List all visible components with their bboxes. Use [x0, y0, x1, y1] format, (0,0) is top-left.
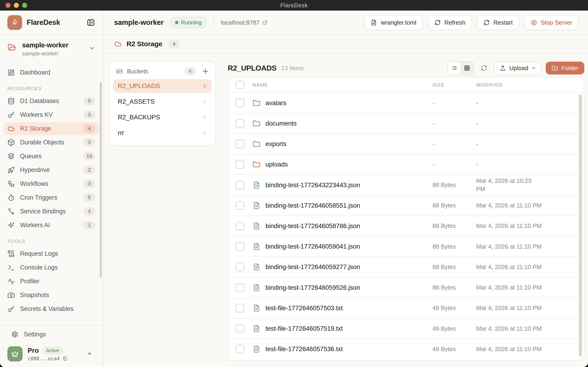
sidebar-item-d1-databases[interactable]: D1 Databases 5	[4, 94, 99, 107]
sidebar-item-service-bindings[interactable]: Service Bindings 4	[4, 205, 99, 218]
sidebar-item-secrets-variables[interactable]: Secrets & Variables	[4, 302, 99, 315]
dashboard-icon	[7, 69, 15, 76]
row-checkbox[interactable]	[235, 283, 244, 292]
sidebar-item-request-logs[interactable]: Request Logs	[4, 247, 99, 260]
item-size: -	[432, 99, 476, 107]
sidebar-item-cron-triggers[interactable]: Cron Triggers 5	[4, 191, 99, 204]
sidebar-item-snapshots[interactable]: Snapshots	[4, 289, 99, 301]
table-row[interactable]: binding-test-1772646059041.json 88 Bytes…	[228, 237, 584, 257]
table-row[interactable]: binding-test-1772646059277.json 88 Bytes…	[228, 257, 584, 277]
sidebar-item-durable-objects[interactable]: Durable Objects 3	[4, 136, 99, 149]
project-name: sample-worker	[22, 42, 84, 49]
refresh-button[interactable]: Refresh	[428, 15, 472, 30]
rocket-icon	[7, 166, 15, 174]
box-icon	[7, 139, 15, 146]
table-row[interactable]: test-file-1772646057536.txt 49 Bytes Mar…	[228, 339, 584, 359]
sidebar-item-hyperdrive[interactable]: Hyperdrive 2	[4, 164, 99, 176]
row-checkbox[interactable]	[235, 345, 244, 353]
row-checkbox[interactable]	[235, 181, 244, 190]
row-checkbox[interactable]	[235, 119, 244, 128]
row-checkbox[interactable]	[235, 263, 244, 271]
wrangler-toml-button[interactable]: wrangler.toml	[364, 15, 423, 30]
row-checkbox[interactable]	[235, 160, 244, 169]
button-label: Upload	[509, 65, 528, 72]
bucket-item[interactable]: R2_ASSETS	[113, 95, 212, 108]
item-modified: Mar 4, 2026 at 11:10 PM	[476, 325, 578, 333]
sidebar-collapse-icon[interactable]	[86, 18, 95, 27]
row-checkbox[interactable]	[235, 242, 244, 251]
row-checkbox[interactable]	[235, 304, 244, 312]
folder-open-icon	[7, 43, 17, 52]
item-size: 88 Bytes	[432, 263, 476, 271]
breadcrumb-count-badge: 4	[168, 40, 180, 48]
table-row[interactable]: binding-test-1772643223443.json 88 Bytes…	[228, 175, 584, 195]
item-modified: Mar 4, 2026 at 10:23 PM	[476, 177, 535, 193]
row-checkbox[interactable]	[235, 99, 244, 107]
list-view-button[interactable]	[448, 62, 461, 75]
grid-view-button[interactable]	[461, 62, 473, 75]
folder-plus-icon	[552, 65, 558, 71]
sidebar-item-workers-ai[interactable]: Workers AI 1	[4, 219, 99, 232]
bucket-item[interactable]: rrr	[113, 126, 212, 140]
restart-button[interactable]: Restart	[477, 15, 519, 30]
item-name: binding-test-1772646059041.json	[266, 243, 360, 250]
copy-icon[interactable]	[62, 356, 67, 361]
table-row[interactable]: binding-test-1772646059526.json 88 Bytes…	[228, 277, 584, 298]
table-scrollbar[interactable]	[579, 94, 582, 356]
upload-button[interactable]: Upload	[494, 62, 542, 75]
content: Buckets 4 R2_UPLOADS R2_ASSETS R2_BACKUP…	[103, 53, 588, 367]
button-label: Restart	[494, 19, 513, 26]
count-badge: 3	[83, 180, 95, 188]
database-icon	[7, 97, 15, 105]
sidebar-item-workflows[interactable]: Workflows 3	[4, 177, 99, 190]
row-checkbox[interactable]	[235, 222, 244, 230]
row-checkbox[interactable]	[235, 324, 244, 333]
bucket-item[interactable]: R2_BACKUPS	[113, 110, 212, 124]
app-logo	[7, 15, 22, 30]
browser-toolbar: Upload Folder	[447, 61, 584, 75]
table-row[interactable]: avatars - -	[228, 93, 584, 113]
stop-icon	[531, 19, 537, 26]
sidebar-item-r2-storage[interactable]: R2 Storage 4	[4, 122, 99, 135]
table-row[interactable]: uploads - -	[228, 155, 584, 175]
sidebar-item-dashboard[interactable]: Dashboard	[4, 66, 99, 79]
sidebar-item-console-logs[interactable]: Console Logs	[4, 261, 99, 274]
refresh-icon	[434, 19, 441, 26]
item-name: exports	[266, 140, 286, 148]
table-row[interactable]: binding-test-1772646058786.json 88 Bytes…	[228, 216, 584, 236]
plan-card[interactable]: Pro Active c088...eca4	[4, 342, 99, 362]
table-row[interactable]: exports - -	[228, 134, 584, 154]
refresh-icon	[483, 19, 490, 26]
status-dot-icon	[175, 21, 178, 24]
sidebar-item-profiler[interactable]: Profiler	[4, 275, 99, 288]
refresh-icon	[480, 65, 487, 72]
sidebar-item-workers-kv[interactable]: Workers KV 3	[4, 108, 99, 121]
chevron-down-icon	[531, 66, 536, 70]
view-toggle	[447, 61, 474, 75]
row-checkbox[interactable]	[235, 201, 244, 210]
item-modified: Mar 4, 2026 at 11:10 PM	[476, 222, 578, 230]
row-checkbox[interactable]	[235, 140, 244, 148]
sidebar-scrollbar[interactable]	[100, 82, 102, 277]
table-row[interactable]: test-file-1772646057519.txt 49 Bytes Mar…	[228, 319, 584, 339]
app-window: FlareDesk FlareDesk sample-worker sam	[0, 0, 588, 367]
sidebar-item-settings[interactable]: Settings	[7, 328, 95, 341]
cable-icon	[7, 208, 15, 215]
host-link[interactable]: localhost:8787	[221, 19, 268, 26]
layers-icon	[7, 152, 15, 160]
new-folder-button[interactable]: Folder	[546, 62, 584, 75]
item-name: test-file-1772646057503.txt	[266, 304, 343, 312]
main-area: sample-worker Running localhost:8787 wra…	[103, 11, 588, 367]
table-row[interactable]: binding-test-1772646058551.json 88 Bytes…	[228, 195, 584, 216]
stop-server-button[interactable]: Stop Server	[524, 15, 579, 30]
add-bucket-button[interactable]	[202, 68, 209, 75]
sidebar-item-queues[interactable]: Queues 16	[4, 150, 99, 163]
project-selector[interactable]: sample-worker sample-worker	[0, 35, 103, 59]
titlebar: FlareDesk	[0, 0, 588, 11]
table-row[interactable]: test-file-1772646057503.txt 49 Bytes Mar…	[228, 298, 584, 318]
table-row[interactable]: documents - -	[228, 113, 584, 134]
folder-icon	[252, 160, 260, 168]
select-all-checkbox[interactable]	[235, 81, 244, 89]
refresh-list-button[interactable]	[478, 62, 490, 74]
bucket-item[interactable]: R2_UPLOADS	[113, 79, 212, 93]
